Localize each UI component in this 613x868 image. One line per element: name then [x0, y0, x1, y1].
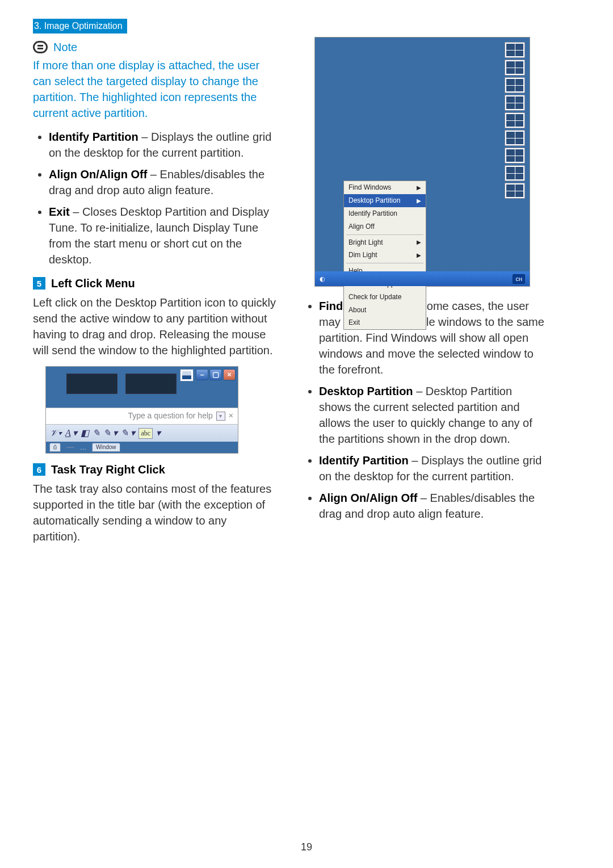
status-bar: ⎙ … Window: [46, 442, 238, 453]
context-menu: Find Windows▶ Desktop Partition▶ Identif…: [343, 181, 426, 330]
abc-button: abc: [138, 428, 153, 439]
menu-label: About: [349, 305, 366, 315]
menu-item: Find Windows▶: [344, 181, 426, 194]
submenu-arrow-icon: ▶: [417, 184, 421, 192]
tool-item: A ▾: [65, 427, 77, 439]
help-placeholder: Type a question for help: [128, 410, 212, 422]
menu-label: Desktop Partition: [349, 196, 400, 206]
term: Identify Partition: [319, 454, 409, 467]
menu-label: Check for Update: [349, 292, 401, 302]
status-text: …: [80, 443, 86, 452]
layout-icon: [505, 183, 525, 199]
tool-item: ✎ ▾: [103, 427, 117, 439]
term: Exit: [49, 206, 70, 218]
list-item: Identify Partition – Displays the outlin…: [49, 129, 277, 161]
note-text: If more than one display is attached, th…: [33, 57, 277, 121]
menu-item: Identify Partition: [344, 207, 426, 220]
window-tab: Window: [92, 443, 120, 452]
tool-item: ✎ ▾: [121, 427, 135, 439]
thumbnails: [66, 374, 177, 394]
dropdown-icon: ▾: [216, 412, 225, 421]
paragraph: Left click on the Desktop Partition icon…: [33, 295, 277, 358]
screenshot-task-tray: Find Windows▶ Desktop Partition▶ Identif…: [314, 37, 530, 287]
num-badge: 6: [33, 463, 45, 476]
heading-6: 6 Task Tray Right Click: [33, 462, 277, 477]
paragraph: The task tray also contains most of the …: [33, 481, 277, 544]
note-icon: [33, 41, 48, 53]
help-bar: Type a question for help ▾ ×: [46, 408, 238, 425]
layout-icon: [505, 148, 525, 163]
maximize-icon: ▢: [209, 369, 222, 380]
heading-text: Task Tray Right Click: [51, 462, 165, 477]
menu-separator: [346, 263, 423, 263]
menu-item: Align Off: [344, 220, 426, 233]
menu-item: Dim Light▶: [344, 249, 426, 262]
list-item: Identify Partition – Displays the outlin…: [319, 452, 547, 484]
layout-icon: [505, 165, 525, 181]
term: Desktop Partition: [319, 385, 413, 397]
thumb: [125, 374, 177, 394]
toolbar: 𝒱 ▾ A ▾ ◧ ✎ ✎ ▾ ✎ ▾ abc ▾: [46, 425, 238, 442]
desc: – Closes Desktop Partition and Display T…: [49, 206, 269, 266]
menu-item: Bright Light▶: [344, 236, 426, 249]
layout-icon: [505, 112, 525, 128]
layout-icon: [505, 95, 525, 111]
window-buttons: – ▢ ×: [196, 369, 236, 380]
submenu-arrow-icon: ▶: [417, 238, 421, 246]
close-icon: ×: [223, 369, 236, 380]
menu-label: Find Windows: [349, 183, 391, 192]
screenshot-left-click: – ▢ × Type a question for help ▾ × 𝒱 ▾: [45, 366, 238, 454]
list-item: Align On/Align Off – Enables/disables th…: [49, 166, 277, 198]
list-item: Desktop Partition – Desktop Partition sh…: [319, 383, 547, 447]
layout-palette: [505, 42, 525, 199]
tool-item: ◧: [81, 427, 89, 439]
minimize-icon: –: [196, 369, 208, 380]
tool-item: ✎: [93, 427, 100, 439]
layout-icon: [505, 130, 525, 146]
menu-label: Dim Light: [349, 250, 377, 260]
feature-list-right: Find Windows – In some cases, the user m…: [303, 298, 547, 522]
tab: ⎙: [49, 443, 61, 452]
submenu-arrow-icon: ▶: [417, 197, 421, 205]
tool-item: ▾: [156, 427, 161, 439]
term: Align On/Align Off: [319, 492, 417, 504]
close-icon: ×: [229, 410, 233, 422]
list-item: Exit – Closes Desktop Partition and Disp…: [49, 204, 277, 267]
menu-item: Check for Update: [344, 291, 426, 304]
heading-5: 5 Left Click Menu: [33, 275, 277, 291]
term: Identify Partition: [49, 131, 138, 143]
left-column: Note If more than one display is attache…: [33, 37, 277, 552]
start-area: ◐: [320, 275, 325, 283]
taskbar: ◐ сн: [315, 271, 530, 286]
menu-label: Identify Partition: [349, 209, 397, 219]
lang-indicator: сн: [513, 274, 525, 284]
menu-item: About: [344, 304, 426, 317]
tab: [66, 447, 74, 448]
layout-icon: [505, 42, 525, 58]
term: Align On/Align Off: [49, 168, 147, 181]
right-column: Find Windows▶ Desktop Partition▶ Identif…: [303, 37, 547, 552]
page-number: 19: [0, 840, 613, 854]
section-tag: 3. Image Optimization: [33, 19, 127, 33]
menu-separator: [346, 234, 423, 235]
menu-item-highlight: Desktop Partition▶: [344, 194, 426, 207]
menu-label: Bright Light: [349, 238, 383, 248]
heading-text: Left Click Menu: [51, 275, 135, 291]
note-label: Note: [53, 39, 77, 55]
thumb: [66, 374, 117, 394]
layout-icon: [505, 77, 525, 93]
submenu-arrow-icon: ▶: [417, 251, 421, 259]
menu-label: Align Off: [349, 222, 375, 232]
partition-icon: [180, 369, 194, 381]
feature-list-left: Identify Partition – Displays the outlin…: [33, 129, 277, 267]
menu-item: Exit: [344, 316, 426, 329]
num-badge: 5: [33, 277, 45, 290]
list-item: Align On/Align Off – Enables/disables th…: [319, 490, 547, 522]
menu-label: Exit: [349, 318, 360, 328]
note-heading: Note: [33, 39, 277, 55]
tool-item: 𝒱 ▾: [49, 427, 62, 439]
layout-icon: [505, 60, 525, 76]
